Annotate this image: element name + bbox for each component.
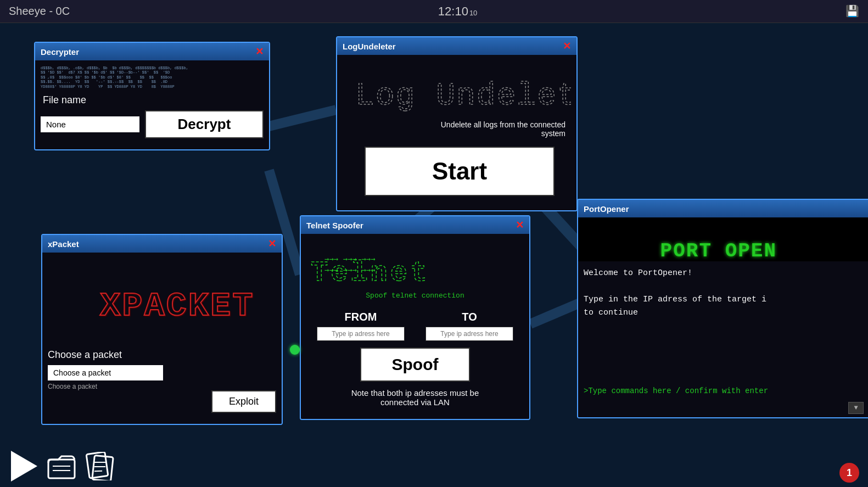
log-ascii-title: Log Undeleter bbox=[348, 66, 571, 115]
telnet-from-to-row: FROM TO bbox=[306, 311, 524, 341]
portopener-window: PortOpener PORT OPEN Welcome to PortOpen… bbox=[577, 199, 868, 418]
xpacket-ascii-art: XPACKET bbox=[48, 258, 276, 344]
file-name-label: File name bbox=[43, 94, 264, 106]
portopener-instruction: Type in the IP adress of the target i to… bbox=[584, 293, 863, 320]
portopener-welcome-line: Welcome to PortOpener! bbox=[584, 267, 863, 280]
from-label: FROM bbox=[345, 311, 377, 323]
telnet-ascii-art: Telnet →→→ →→→ →→→ →→→ →→→ →→→ bbox=[308, 245, 522, 289]
telnet-close-button[interactable]: ✕ bbox=[516, 219, 524, 231]
packet-hint: Choose a packet bbox=[48, 383, 276, 390]
portopener-scrollbar-area: ▼ bbox=[578, 400, 868, 417]
telnet-title: Telnet Spoofer bbox=[306, 221, 363, 230]
xpacket-body: XPACKET Choose a packet Choose a packet … bbox=[42, 253, 282, 424]
svg-text:→→→ →→→ →→→: →→→ →→→ →→→ bbox=[324, 254, 376, 263]
portopener-scroll-button[interactable]: ▼ bbox=[848, 402, 864, 414]
svg-line-15 bbox=[94, 461, 105, 463]
folder-icon[interactable] bbox=[46, 452, 77, 480]
portopener-body: PORT OPEN Welcome to PortOpener! Type in… bbox=[578, 217, 868, 417]
xpacket-window: xPacket ✕ XPACKET Choose a packet Choose… bbox=[41, 234, 283, 425]
spoof-button[interactable]: Spoof bbox=[360, 348, 470, 382]
xpacket-title: xPacket bbox=[48, 239, 79, 249]
taskbar bbox=[11, 451, 115, 482]
decrypter-body: d$$$b, d$$$b, .o$b, d$$$b, $b $b d$$$b, … bbox=[35, 60, 269, 149]
exploit-button[interactable]: Exploit bbox=[211, 390, 276, 413]
portopener-title: PortOpener bbox=[584, 204, 629, 214]
xpacket-input-row: Choose a packet bbox=[48, 365, 276, 390]
svg-text:XPACKET: XPACKET bbox=[100, 287, 254, 326]
decrypter-title: Decrypter bbox=[41, 47, 79, 57]
portopener-scroll[interactable]: Welcome to PortOpener! Type in the IP ad… bbox=[578, 261, 868, 382]
decrypter-titlebar: Decrypter ✕ bbox=[35, 43, 269, 60]
choose-packet-label: Choose a packet bbox=[48, 349, 276, 361]
telnet-from-col: FROM bbox=[317, 311, 405, 341]
decrypter-close-button[interactable]: ✕ bbox=[255, 46, 264, 58]
logundeleter-description: Undelete all logs from the connected sys… bbox=[348, 120, 565, 138]
xpacket-close-button[interactable]: ✕ bbox=[268, 238, 276, 250]
decrypter-controls: Decrypt bbox=[41, 110, 264, 144]
logundeleter-title: LogUndeleter bbox=[343, 42, 396, 51]
clock: 12:10 bbox=[438, 4, 468, 19]
from-ip-input[interactable] bbox=[317, 327, 405, 341]
to-label: TO bbox=[462, 311, 477, 323]
logundeleter-close-button[interactable]: ✕ bbox=[563, 40, 571, 52]
xpacket-titlebar: xPacket ✕ bbox=[42, 235, 282, 253]
decrypt-button[interactable]: Decrypt bbox=[145, 110, 264, 138]
svg-line-0 bbox=[269, 110, 336, 126]
telnet-note: Note that both ip adresses must be conne… bbox=[306, 388, 524, 413]
notification-badge[interactable]: 1 bbox=[839, 463, 859, 483]
portopener-banner: PORT OPEN bbox=[578, 217, 868, 261]
green-status-dot bbox=[290, 345, 300, 355]
play-button[interactable] bbox=[11, 451, 37, 482]
telnet-ascii-container: Telnet →→→ →→→ →→→ →→→ →→→ →→→ Spoof tel… bbox=[306, 239, 524, 311]
portopener-cmdline[interactable]: >Type commands here / confirm with enter bbox=[578, 382, 868, 400]
svg-text:Log Undeleter: Log Undeleter bbox=[355, 78, 571, 114]
save-icon: 💾 bbox=[845, 4, 859, 18]
svg-rect-10 bbox=[48, 460, 75, 478]
logundeleter-titlebar: LogUndeleter ✕ bbox=[337, 37, 576, 55]
logundeleter-window: LogUndeleter ✕ Log Undeleter Undelete al… bbox=[336, 36, 578, 211]
packet-input[interactable] bbox=[48, 365, 163, 380]
telnet-titlebar: Telnet Spoofer ✕ bbox=[301, 216, 529, 234]
start-button[interactable]: Start bbox=[365, 147, 554, 196]
notes-icon[interactable] bbox=[86, 452, 115, 480]
logundeleter-body: Log Undeleter Undelete all logs from the… bbox=[337, 55, 576, 210]
file-name-input[interactable] bbox=[41, 116, 139, 132]
portopener-titlebar: PortOpener bbox=[578, 200, 868, 217]
decrypter-window: Decrypter ✕ d$$$b, d$$$b, .o$b, d$$$b, $… bbox=[34, 42, 270, 150]
svg-line-4 bbox=[530, 302, 582, 324]
svg-line-17 bbox=[94, 470, 102, 472]
xpacket-bottom: Exploit bbox=[48, 390, 276, 418]
telnet-desc: Spoof telnet connection bbox=[306, 292, 524, 300]
clock-sub: 10 bbox=[469, 9, 477, 17]
top-bar: Sheeye - 0C 12:10 10 💾 bbox=[0, 0, 868, 23]
notification-count: 1 bbox=[847, 467, 852, 479]
app-title: Sheeye - 0C bbox=[9, 5, 70, 18]
svg-line-16 bbox=[94, 466, 105, 468]
portopener-welcome: Welcome to PortOpener! Type in the IP ad… bbox=[578, 261, 868, 325]
decrypter-ascii-art: d$$$b, d$$$b, .o$b, d$$$b, $b $b d$$$b, … bbox=[41, 66, 264, 89]
telnet-body: Telnet →→→ →→→ →→→ →→→ →→→ →→→ Spoof tel… bbox=[301, 234, 529, 419]
to-ip-input[interactable] bbox=[425, 327, 513, 341]
telnet-to-col: TO bbox=[425, 311, 513, 341]
svg-text:→→→ →→→ →→→: →→→ →→→ →→→ bbox=[324, 265, 376, 274]
telnet-window: Telnet Spoofer ✕ Telnet →→→ →→→ →→→ →→→ … bbox=[300, 215, 530, 420]
